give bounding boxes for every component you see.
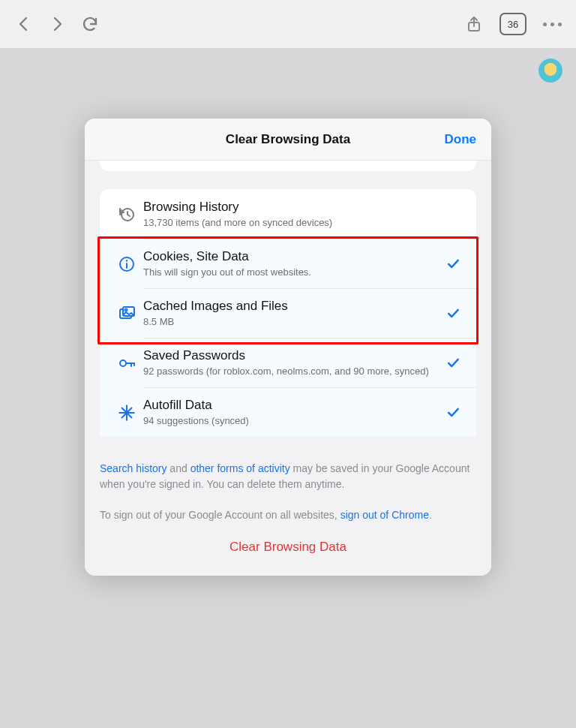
back-button[interactable]	[8, 8, 40, 41]
modal-title: Clear Browsing Data	[226, 132, 350, 147]
row-subtitle: 8.5 MB	[143, 315, 437, 329]
modal-header: Clear Browsing Data Done	[85, 119, 491, 161]
row-subtitle: 92 passwords (for roblox.com, neolms.com…	[143, 365, 437, 378]
search-history-link[interactable]: Search history	[100, 462, 166, 474]
more-menu-button[interactable]	[536, 23, 568, 26]
other-activity-link[interactable]: other forms of activity	[190, 462, 290, 474]
browser-toolbar: 36	[0, 0, 576, 48]
share-button[interactable]	[458, 8, 490, 41]
data-type-row[interactable]: Saved Passwords92 passwords (for roblox.…	[100, 338, 476, 387]
row-title: Browsing History	[143, 199, 454, 215]
forward-button[interactable]	[40, 8, 74, 41]
done-button[interactable]: Done	[445, 119, 477, 160]
row-subtitle: This will sign you out of most websites.	[143, 266, 437, 279]
modal-body: Browsing History13,730 items (and more o…	[85, 161, 491, 576]
footer-notes: Search history and other forms of activi…	[100, 461, 476, 523]
profile-avatar[interactable]	[538, 59, 562, 83]
svg-point-4	[126, 260, 128, 261]
checkmark-icon	[445, 305, 461, 320]
tab-count-badge[interactable]: 36	[500, 13, 526, 35]
data-type-row[interactable]: Cached Images and Files8.5 MB	[100, 288, 476, 338]
row-title: Cached Images and Files	[143, 298, 437, 314]
previous-section-peek	[100, 161, 476, 171]
sign-out-chrome-link[interactable]: sign out of Chrome	[340, 509, 429, 521]
row-title: Cookies, Site Data	[143, 248, 437, 264]
row-title: Saved Passwords	[143, 347, 437, 363]
images-icon	[110, 303, 143, 323]
checkmark-icon	[445, 405, 461, 420]
info-icon	[110, 254, 143, 273]
data-type-row[interactable]: Cookies, Site DataThis will sign you out…	[100, 239, 476, 288]
reload-button[interactable]	[74, 8, 106, 41]
clear-browsing-data-modal: Clear Browsing Data Done Browsing Histor…	[85, 119, 491, 576]
data-type-row[interactable]: Browsing History13,730 items (and more o…	[100, 189, 476, 239]
data-type-list: Browsing History13,730 items (and more o…	[100, 189, 476, 437]
sparkle-icon	[110, 402, 143, 423]
row-subtitle: 13,730 items (and more on synced devices…	[143, 216, 454, 230]
key-icon	[110, 353, 143, 372]
checkmark-icon	[445, 355, 461, 370]
row-title: Autofill Data	[143, 397, 437, 413]
svg-point-8	[120, 360, 126, 366]
clear-browsing-data-button[interactable]: Clear Browsing Data	[100, 540, 476, 555]
history-icon	[110, 204, 143, 224]
data-type-row[interactable]: Autofill Data94 suggestions (synced)	[100, 387, 476, 437]
checkmark-icon	[445, 256, 461, 271]
row-subtitle: 94 suggestions (synced)	[143, 414, 437, 428]
